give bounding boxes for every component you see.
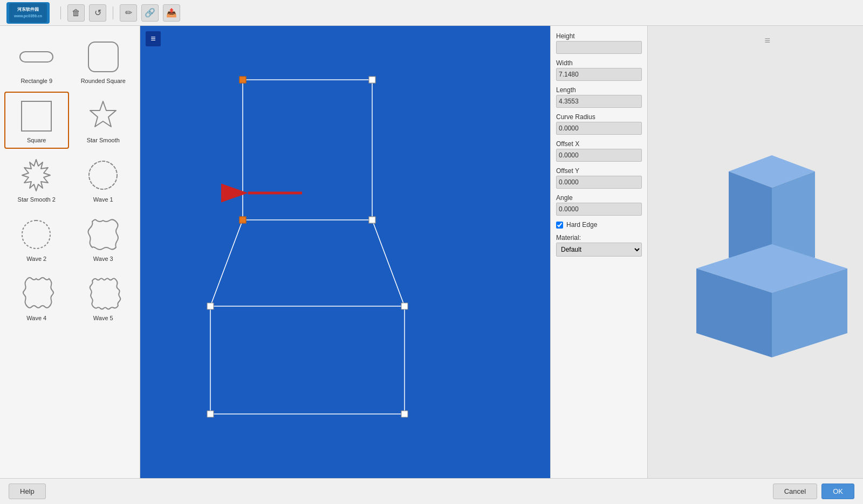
svg-rect-0: [9, 3, 47, 23]
prop-offset-x: Offset X: [556, 140, 642, 162]
bottom-bar: Help Cancel OK: [0, 478, 863, 504]
prop-length: Length: [556, 86, 642, 108]
canvas-menu-button[interactable]: ≡: [146, 31, 161, 46]
main-area: Rectangle 9 Rounded Square Square: [0, 26, 863, 478]
shape-item-wave4[interactable]: Wave 4: [4, 270, 69, 327]
svg-rect-24: [369, 217, 375, 223]
prop-material: Material: Default Metal Wood Glass: [556, 234, 642, 257]
shape-label-rounded-square: Rounded Square: [81, 78, 126, 84]
link-button[interactable]: 🔗: [141, 4, 159, 22]
shape-item-square[interactable]: Square: [4, 92, 69, 149]
svg-rect-17: [207, 303, 214, 309]
prop-offset-y-input[interactable]: [556, 176, 642, 189]
svg-rect-21: [239, 77, 246, 83]
prop-width: Width: [556, 59, 642, 81]
shape-icon-wave5: [84, 275, 122, 313]
svg-marker-6: [90, 101, 116, 127]
svg-rect-19: [207, 411, 214, 417]
shape-icon-square: [18, 97, 56, 135]
svg-rect-10: [210, 306, 405, 414]
prop-curve-radius: Curve Radius: [556, 113, 642, 135]
redo-button[interactable]: ↺: [89, 4, 106, 22]
preview-panel: [647, 26, 863, 478]
svg-text:河东软件园: 河东软件园: [17, 6, 39, 12]
shape-item-wave3[interactable]: Wave 3: [71, 210, 136, 267]
svg-marker-7: [22, 160, 50, 191]
svg-rect-9: [243, 80, 372, 220]
canvas-shape-svg: [173, 47, 453, 436]
shape-label-star-smooth2: Star Smooth 2: [18, 196, 56, 203]
toolbar-separator: [60, 6, 61, 19]
shape-item-wave5[interactable]: Wave 5: [71, 270, 136, 327]
prop-hard-edge-checkbox[interactable]: [556, 222, 563, 229]
shape-label-star-smooth: Star Smooth: [87, 137, 120, 143]
help-button[interactable]: Help: [9, 484, 46, 499]
prop-width-label: Width: [556, 59, 642, 67]
svg-rect-22: [369, 77, 375, 83]
toolbar: 河东软件园 www.pc0359.cn 🗑 ↺ ✏ 🔗 📤: [0, 0, 863, 26]
delete-button[interactable]: 🗑: [67, 4, 85, 22]
3d-preview-svg: [664, 150, 847, 355]
prop-curve-radius-input[interactable]: [556, 122, 642, 135]
shape-label-wave4: Wave 4: [26, 315, 46, 321]
canvas-area[interactable]: ≡: [140, 26, 550, 478]
prop-length-label: Length: [556, 86, 642, 94]
shape-label-rectangle9: Rectangle 9: [20, 78, 52, 84]
prop-material-select[interactable]: Default Metal Wood Glass: [556, 243, 642, 257]
shape-icon-rectangle9: [18, 38, 56, 75]
shape-item-star-smooth[interactable]: Star Smooth: [71, 92, 136, 149]
prop-angle-label: Angle: [556, 194, 642, 202]
shape-item-rounded-square[interactable]: Rounded Square: [71, 32, 136, 89]
shape-icon-wave3: [84, 216, 122, 253]
shape-label-wave2: Wave 2: [26, 256, 46, 262]
prop-angle: Angle: [556, 194, 642, 216]
ok-button[interactable]: OK: [821, 484, 854, 499]
shape-icon-rounded-square: [84, 38, 122, 75]
prop-height: Height: [556, 32, 642, 54]
properties-panel: ≡ Height Width Length Curve Radius Offse…: [550, 26, 647, 478]
prop-hard-edge-label: Hard Edge: [566, 221, 597, 229]
prop-angle-input[interactable]: [556, 203, 642, 216]
export-button[interactable]: 📤: [163, 4, 180, 22]
svg-line-11: [210, 220, 243, 306]
cancel-button[interactable]: Cancel: [773, 484, 817, 499]
prop-width-input[interactable]: [556, 68, 642, 81]
shape-grid: Rectangle 9 Rounded Square Square: [2, 30, 138, 329]
svg-rect-3: [20, 52, 53, 62]
shape-icon-wave4: [18, 275, 56, 313]
svg-point-8: [89, 161, 117, 189]
prop-offset-x-label: Offset X: [556, 140, 642, 148]
svg-rect-23: [239, 217, 246, 223]
prop-height-label: Height: [556, 32, 642, 40]
pen-button[interactable]: ✏: [120, 4, 137, 22]
prop-offset-y-label: Offset Y: [556, 167, 642, 175]
svg-rect-4: [88, 42, 118, 72]
shape-icon-star-smooth2: [18, 156, 56, 194]
shape-item-wave2[interactable]: Wave 2: [4, 210, 69, 267]
svg-rect-5: [22, 101, 51, 131]
svg-text:www.pc0359.cn: www.pc0359.cn: [13, 14, 42, 18]
prop-offset-x-input[interactable]: [556, 149, 642, 162]
prop-length-input[interactable]: [556, 95, 642, 108]
shape-item-star-smooth2[interactable]: Star Smooth 2: [4, 151, 69, 208]
prop-height-input[interactable]: [556, 41, 642, 54]
shape-panel: Rectangle 9 Rounded Square Square: [0, 26, 140, 478]
prop-material-label: Material:: [556, 234, 642, 241]
toolbar-separator2: [113, 6, 113, 19]
shape-icon-wave1: [84, 156, 122, 194]
prop-offset-y: Offset Y: [556, 167, 642, 189]
svg-line-12: [372, 220, 405, 306]
shape-icon-star-smooth: [84, 97, 122, 135]
prop-curve-radius-label: Curve Radius: [556, 113, 642, 121]
shape-label-wave3: Wave 3: [93, 256, 113, 262]
bottom-right-buttons: Cancel OK: [773, 484, 854, 499]
shape-label-wave1: Wave 1: [93, 196, 113, 203]
shape-label-wave5: Wave 5: [93, 315, 113, 321]
prop-hard-edge: Hard Edge: [556, 221, 642, 229]
svg-rect-18: [401, 303, 408, 309]
shape-item-rectangle9[interactable]: Rectangle 9: [4, 32, 69, 89]
shape-icon-wave2: [18, 216, 56, 253]
shape-item-wave1[interactable]: Wave 1: [71, 151, 136, 208]
shape-label-square: Square: [27, 137, 46, 143]
app-logo: 河东软件园 www.pc0359.cn: [6, 2, 50, 24]
